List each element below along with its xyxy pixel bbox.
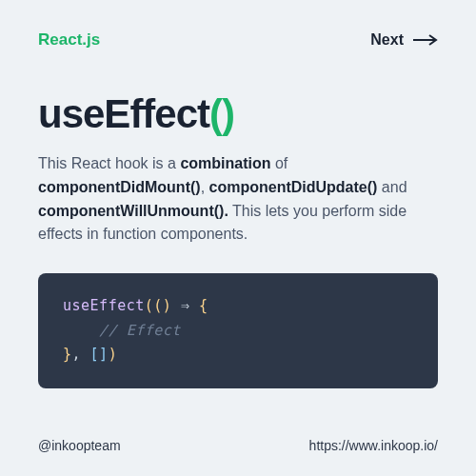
website-url: https://www.inkoop.io/ [309,438,438,453]
arrow-right-icon [413,34,438,46]
hook-parens: () [209,91,234,136]
header: React.js Next [38,30,438,50]
hook-name: useEffect [38,91,209,136]
page-title: useEffect() [38,91,438,137]
next-button[interactable]: Next [370,31,438,49]
brand-label: React.js [38,30,100,50]
next-label: Next [370,31,404,49]
footer: @inkoopteam https://www.inkoop.io/ [38,423,438,453]
code-block: useEffect(() ⇒ { // Effect }, []) [38,273,438,388]
social-handle: @inkoopteam [38,438,121,453]
description-text: This React hook is a combination of comp… [38,152,438,247]
